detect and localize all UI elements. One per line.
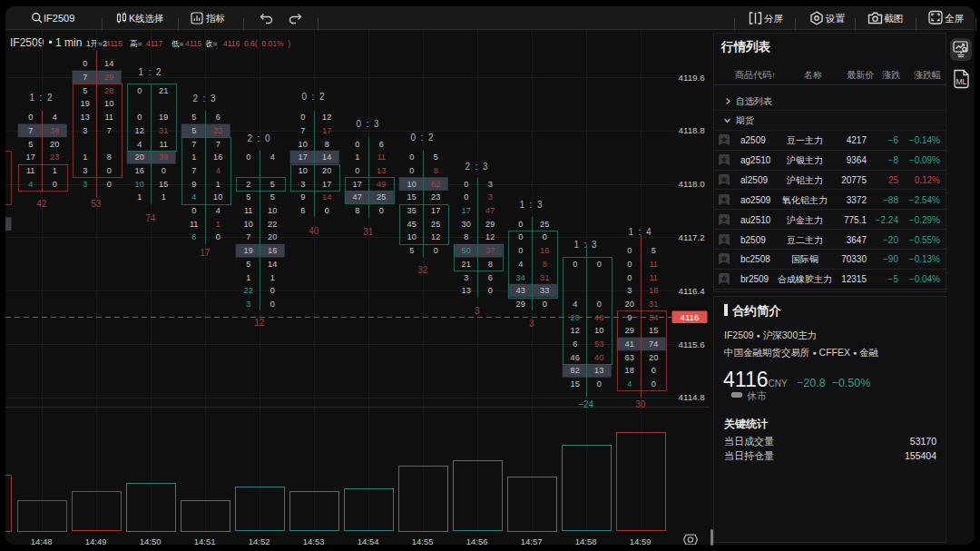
svg-text:0: 0 <box>246 153 250 162</box>
svg-text:31: 31 <box>159 126 168 135</box>
svg-text:40: 40 <box>594 353 603 362</box>
svg-text:4: 4 <box>518 260 523 269</box>
svg-text:16: 16 <box>268 246 277 255</box>
svg-text:4117.2: 4117.2 <box>679 232 705 242</box>
svg-text:4114.8: 4114.8 <box>679 392 706 402</box>
svg-text:31: 31 <box>363 227 374 237</box>
svg-text:0: 0 <box>573 260 577 269</box>
svg-text:0: 0 <box>216 232 220 241</box>
svg-text:3: 3 <box>83 180 87 189</box>
svg-text:8: 8 <box>434 166 438 175</box>
svg-text:7: 7 <box>191 166 196 175</box>
svg-text:3: 3 <box>300 180 305 189</box>
svg-text:53: 53 <box>91 199 102 209</box>
svg-text:2 : 3: 2 : 3 <box>192 93 216 103</box>
svg-text:53: 53 <box>594 339 603 349</box>
svg-text:3: 3 <box>464 273 468 282</box>
svg-text:14: 14 <box>268 260 277 269</box>
svg-text:34: 34 <box>516 273 525 282</box>
svg-text:0: 0 <box>355 140 359 149</box>
svg-text:14:52: 14:52 <box>249 536 270 546</box>
svg-text:23: 23 <box>50 153 59 162</box>
svg-text:10: 10 <box>299 140 308 149</box>
svg-text:14:55: 14:55 <box>412 536 434 546</box>
svg-text:6: 6 <box>379 140 384 149</box>
svg-text:10: 10 <box>268 206 277 215</box>
svg-text:20: 20 <box>135 153 144 162</box>
svg-text:0: 0 <box>488 286 493 295</box>
svg-text:1: 1 <box>191 153 196 162</box>
svg-text:5: 5 <box>28 140 33 149</box>
svg-text:41: 41 <box>625 339 634 349</box>
svg-text:1: 1 <box>246 273 250 282</box>
svg-text:11: 11 <box>26 166 35 175</box>
svg-text:9: 9 <box>191 180 196 189</box>
svg-text:7: 7 <box>191 140 196 149</box>
svg-text:4: 4 <box>28 180 33 189</box>
svg-text:25: 25 <box>540 220 549 229</box>
svg-text:47: 47 <box>353 192 362 202</box>
svg-text:6: 6 <box>488 273 493 282</box>
svg-text:17: 17 <box>353 180 362 189</box>
svg-text:12: 12 <box>485 232 495 241</box>
svg-text:16: 16 <box>213 153 222 162</box>
svg-text:35: 35 <box>407 206 416 215</box>
svg-text:1 : 3: 1 : 3 <box>519 200 543 210</box>
svg-text:49: 49 <box>377 180 386 189</box>
svg-text:3: 3 <box>246 300 250 309</box>
svg-text:12: 12 <box>322 113 331 122</box>
svg-text:31: 31 <box>540 273 549 282</box>
svg-text:2 : 3: 2 : 3 <box>465 162 488 172</box>
svg-text:3: 3 <box>475 306 480 316</box>
svg-text:10: 10 <box>244 220 253 229</box>
svg-text:7: 7 <box>83 73 87 82</box>
svg-text:4: 4 <box>137 140 142 149</box>
svg-text:14: 14 <box>104 59 113 68</box>
svg-text:10: 10 <box>407 232 416 241</box>
svg-text:4: 4 <box>573 300 577 309</box>
svg-text:0: 0 <box>597 300 602 309</box>
svg-text:10: 10 <box>213 192 222 202</box>
svg-text:47: 47 <box>485 206 495 215</box>
svg-text:3: 3 <box>83 166 87 175</box>
svg-text:13: 13 <box>462 286 471 295</box>
svg-text:3: 3 <box>488 192 493 202</box>
svg-text:0: 0 <box>137 113 142 122</box>
svg-text:0: 0 <box>83 59 87 68</box>
svg-text:8: 8 <box>355 206 359 215</box>
svg-text:7: 7 <box>246 232 250 241</box>
svg-text:0: 0 <box>28 113 33 122</box>
svg-text:29: 29 <box>516 300 525 309</box>
svg-text:0: 0 <box>627 260 632 269</box>
svg-text:0: 0 <box>107 180 112 189</box>
svg-text:11: 11 <box>159 140 168 149</box>
svg-text:45: 45 <box>407 220 416 229</box>
svg-text:8: 8 <box>488 260 493 269</box>
svg-text:0: 0 <box>518 232 523 241</box>
svg-text:0: 0 <box>409 166 414 175</box>
svg-text:4: 4 <box>191 192 196 202</box>
svg-text:2 : 0: 2 : 0 <box>247 133 270 143</box>
svg-text:10: 10 <box>299 166 308 175</box>
svg-text:14:48: 14:48 <box>31 536 53 546</box>
svg-text:29: 29 <box>485 220 495 229</box>
svg-text:38: 38 <box>50 126 59 135</box>
svg-text:25: 25 <box>431 220 440 229</box>
svg-text:1: 1 <box>270 273 275 282</box>
svg-text:0: 0 <box>518 220 523 229</box>
svg-text:4: 4 <box>216 206 220 215</box>
svg-text:17: 17 <box>26 153 35 162</box>
svg-text:1 : 3: 1 : 3 <box>573 240 597 250</box>
svg-text:3: 3 <box>529 319 534 329</box>
svg-text:0: 0 <box>325 206 329 215</box>
svg-text:8: 8 <box>325 140 329 149</box>
svg-text:0: 0 <box>627 246 632 255</box>
svg-text:0: 0 <box>270 286 275 295</box>
svg-text:21: 21 <box>462 260 471 269</box>
svg-text:0: 0 <box>409 153 414 162</box>
svg-text:11: 11 <box>649 273 658 282</box>
svg-text:39: 39 <box>159 153 168 162</box>
svg-text:30: 30 <box>462 220 471 229</box>
svg-text:22: 22 <box>244 286 253 295</box>
svg-text:18: 18 <box>625 366 634 375</box>
